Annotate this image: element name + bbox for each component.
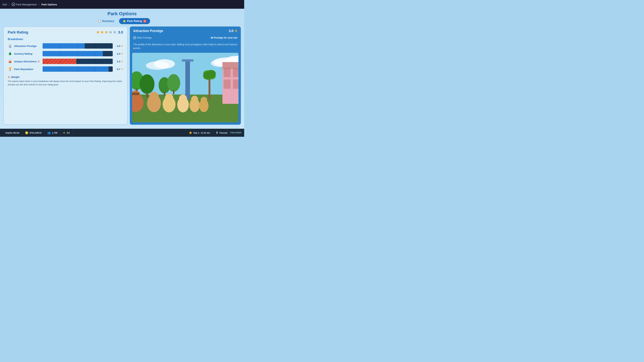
rating-star: ★	[234, 29, 238, 33]
metric-star: ★	[121, 44, 123, 47]
svg-rect-16	[182, 59, 193, 62]
weight-section: ⚠ Weight The lowest rated metric in your…	[8, 75, 123, 86]
park-management-nav[interactable]: ● Park Management	[12, 3, 37, 6]
right-panel-header: Attraction Prestige 3.0 ★	[130, 26, 241, 35]
tab-summary-label: Summary	[102, 19, 114, 23]
park-management-label: Park Management	[16, 3, 37, 6]
paused-button[interactable]: ⏸ Paused	[216, 131, 227, 135]
reputation-bar	[42, 66, 113, 72]
unique-bar	[42, 59, 113, 64]
right-panel-stats: ◉ 6662 Prestige 88 Prestige for next sta…	[130, 35, 241, 41]
park-scene-svg	[132, 53, 238, 122]
svg-point-33	[165, 93, 173, 102]
warning-icon: ⚠	[38, 60, 40, 63]
tabs-row: 📋 Summary ⭐ Park Rating 81	[3, 18, 241, 24]
attraction-prestige-rating: 3.0 ★	[229, 29, 238, 33]
day-section: ☀️ Day 1 11:41 am	[186, 131, 213, 134]
svg-rect-26	[173, 90, 174, 94]
svg-point-25	[167, 74, 180, 92]
metric-star-3: ★	[121, 60, 123, 63]
circle-icon: ●	[12, 3, 15, 6]
bar-ticks-4	[42, 66, 113, 72]
star-5: ★	[113, 30, 116, 34]
weight-title: ⚠ Weight	[8, 75, 123, 79]
scenery-icon: 🌲	[8, 51, 12, 56]
park-rating-number: 3.0	[118, 30, 123, 34]
day-label: Day 1	[194, 132, 200, 134]
svg-rect-24	[164, 92, 165, 95]
rating-icon: ★	[63, 131, 65, 134]
nav-separator: |	[9, 3, 10, 6]
bar-ticks-2	[42, 51, 113, 56]
page-title: Park Options	[108, 11, 137, 16]
svg-rect-13	[233, 79, 238, 89]
star-4: ★	[109, 30, 112, 34]
thegamer-badge: THEGAMER	[230, 132, 242, 134]
breakdown-title: Breakdown	[8, 37, 123, 41]
panels-row: Park Rating ★ ★ ★ ★ ★ 3.0 Breakdown 🎡 At…	[3, 26, 241, 125]
tab-summary[interactable]: 📋 Summary	[94, 18, 118, 24]
guests-section: 👥 1,759	[44, 129, 60, 137]
metric-row-unique[interactable]: 🎪 Unique Attractions ⚠ 2.4 ★	[8, 59, 123, 64]
svg-rect-12	[224, 79, 230, 89]
exit-button[interactable]: Exit	[3, 3, 7, 6]
top-nav: Exit | ● Park Management › Park Options	[0, 0, 244, 9]
svg-point-37	[191, 96, 198, 103]
attraction-prestige-value: 3.0 ★	[114, 44, 123, 47]
right-panel: Attraction Prestige 3.0 ★ ◉ 6662 Prestig…	[130, 26, 241, 125]
status-rating: 3.0	[66, 132, 70, 134]
unique-icon: 🎪	[8, 59, 12, 64]
money-icon: 🪙	[25, 131, 28, 134]
scenery-label: Scenery Rating	[14, 52, 41, 55]
svg-point-5	[154, 59, 175, 68]
rating-section: ★ 3.0	[60, 129, 72, 137]
reputation-value: 4.7 ★	[114, 68, 123, 70]
tab-park-rating-label: Park Rating	[127, 19, 142, 23]
svg-point-35	[179, 94, 187, 102]
guests-icon: 👥	[47, 131, 51, 134]
metric-star-4: ★	[121, 68, 123, 70]
attraction-prestige-label: Attraction Prestige	[14, 44, 41, 47]
money-value: $741,449.51	[30, 132, 42, 134]
park-name: Sophie World	[5, 132, 20, 134]
right-panel-desc: The quality of the attractions in your p…	[130, 41, 241, 53]
svg-rect-22	[146, 93, 148, 97]
summary-icon: 📋	[98, 19, 101, 23]
scenery-bar	[42, 51, 113, 56]
park-rating-icon: ⭐	[123, 19, 126, 23]
park-rating-title-row: Park Rating ★ ★ ★ ★ ★ 3.0	[8, 30, 123, 34]
time-value: 11:41 am	[200, 132, 210, 134]
money-section: 🪙 $741,449.51	[22, 129, 44, 137]
tab-park-rating[interactable]: ⭐ Park Rating 81	[119, 18, 150, 24]
park-name-section: Sophie World	[3, 129, 22, 137]
status-bar-right: ☀️ Day 1 11:41 am ⏸ Paused THEGAMER	[186, 131, 242, 135]
main-area: Park Options 📋 Summary ⭐ Park Rating 81 …	[0, 9, 244, 129]
bar-ticks	[42, 43, 113, 49]
svg-rect-10	[233, 68, 238, 77]
svg-point-43	[204, 71, 215, 78]
prestige-icon: ◉	[133, 36, 136, 39]
park-rating-stars: ★ ★ ★ ★ ★ 3.0	[96, 30, 123, 34]
metric-star-2: ★	[121, 52, 123, 55]
svg-point-31	[149, 92, 158, 101]
sun-icon: ☀️	[189, 131, 192, 134]
unique-label: Unique Attractions ⚠	[14, 60, 41, 63]
prestige-count: ◉ 6662 Prestige	[133, 36, 152, 39]
reputation-icon: 🏆	[8, 67, 12, 71]
metric-row-reputation[interactable]: 🏆 Park Reputation 4.7 ★	[8, 66, 123, 72]
park-image	[132, 53, 238, 122]
nav-arrow: ›	[38, 3, 39, 6]
attraction-prestige-icon: 🎡	[8, 43, 12, 48]
scenery-value: 4.3 ★	[114, 52, 123, 55]
thegamer-label: THEGAMER	[230, 132, 242, 134]
status-bar: Sophie World 🪙 $741,449.51 👥 1,759 ★ 3.0…	[0, 129, 244, 137]
guests-value: 1,759	[52, 132, 58, 134]
pause-icon: ⏸	[216, 131, 218, 135]
metric-row-attraction-prestige[interactable]: 🎡 Attraction Prestige 3.0 ★	[8, 43, 123, 49]
weight-text: The lowest rated metric in your breakdow…	[8, 80, 123, 86]
star-3: ★	[105, 30, 108, 34]
star-2: ★	[100, 30, 104, 34]
metric-row-scenery[interactable]: 🌲 Scenery Rating 4.3 ★	[8, 51, 123, 56]
weight-warning-icon: ⚠	[8, 75, 10, 79]
bar-ticks-3	[42, 59, 113, 64]
